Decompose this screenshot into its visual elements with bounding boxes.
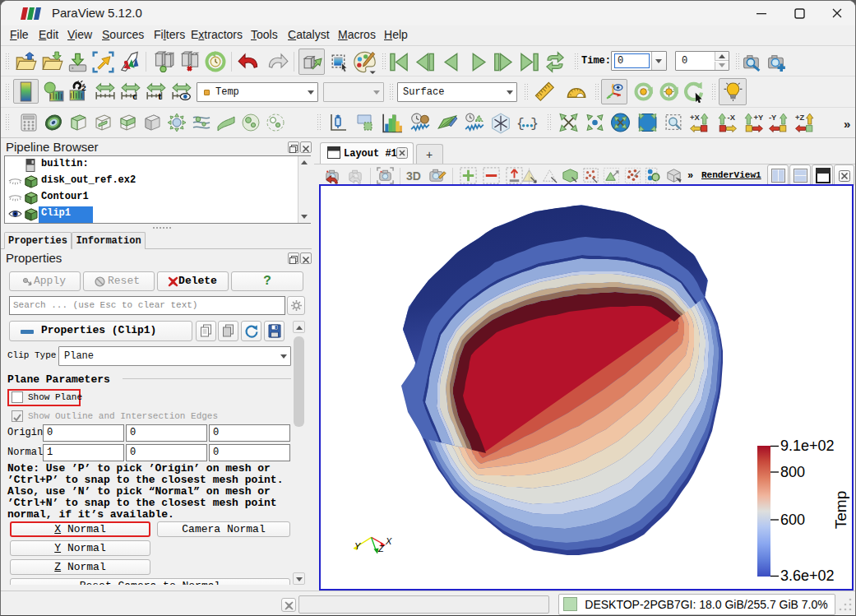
svg-text:+Z: +Z [795, 113, 804, 122]
svg-text:+X: +X [690, 113, 700, 122]
svg-text:-Y: -Y [769, 113, 777, 122]
svg-text:600: 600 [780, 512, 805, 528]
svg-text:2: 2 [81, 83, 86, 92]
svg-text:9.1e+02: 9.1e+02 [780, 438, 835, 454]
svg-text:c: c [132, 90, 136, 102]
svg-text:}: } [530, 117, 539, 132]
svg-text:{: { [516, 117, 525, 132]
svg-text:Z: Z [377, 544, 385, 553]
svg-text:Temp: Temp [832, 491, 849, 529]
svg-text:+Y: +Y [754, 113, 763, 122]
svg-text:800: 800 [780, 464, 805, 480]
svg-text:X: X [385, 536, 392, 546]
svg-text:3.6e+02: 3.6e+02 [780, 567, 835, 584]
svg-text:Y: Y [354, 541, 361, 551]
svg-text:-X: -X [728, 113, 736, 122]
svg-text:t: t [158, 90, 161, 102]
